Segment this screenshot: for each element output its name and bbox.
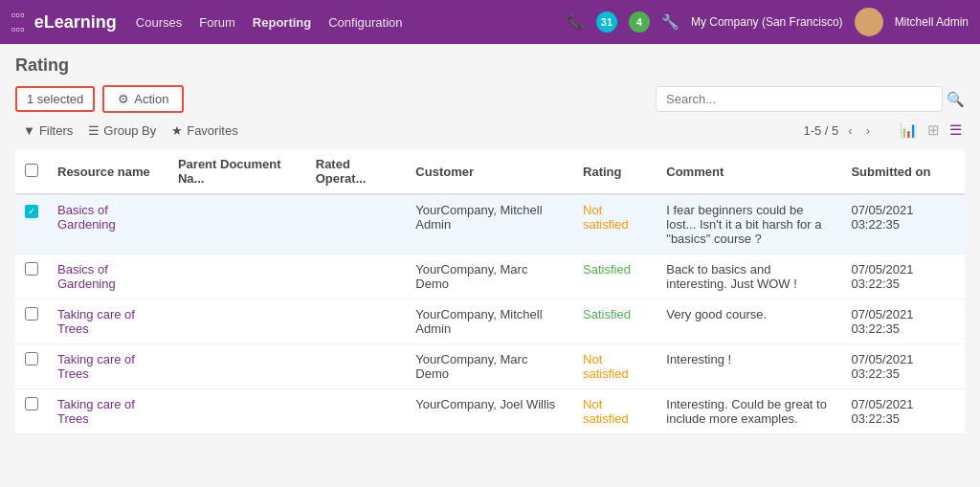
row-submitted: 07/05/2021 03:22:35 xyxy=(841,194,965,255)
row-rating: Not satisfied xyxy=(573,389,657,434)
row-rating: Not satisfied xyxy=(573,194,657,255)
ratings-table: Resource name Parent Document Na... Rate… xyxy=(15,149,965,434)
view-toggle: 📊 ⊞ ☰ xyxy=(897,119,965,142)
row-checkbox-cell: ✓ xyxy=(15,194,48,255)
wrench-icon[interactable]: 🔧 xyxy=(661,13,679,31)
next-page-button[interactable]: › xyxy=(862,122,874,140)
chat-badge-count: 31 xyxy=(596,11,617,33)
col-resource-name: Resource name xyxy=(48,149,168,194)
app-grid-icon[interactable]: ▫▫▫▫▫▫ xyxy=(11,8,25,36)
col-comment: Comment xyxy=(657,149,841,194)
chart-view-button[interactable]: 📊 xyxy=(897,119,921,142)
row-checkbox[interactable] xyxy=(25,352,38,365)
table-row: Taking care of Trees YourCompany, Mitche… xyxy=(15,299,965,344)
col-customer: Customer xyxy=(406,149,573,194)
msg-badge-btn[interactable]: 4 xyxy=(629,11,650,33)
col-parent-doc: Parent Document Na... xyxy=(168,149,306,194)
resource-link[interactable]: Taking care of Trees xyxy=(57,397,135,426)
row-resource: Basics of Gardening xyxy=(48,255,168,299)
row-comment: I fear beginners could be lost... Isn't … xyxy=(657,194,841,255)
col-rated-op: Rated Operat... xyxy=(306,149,407,194)
table-header-row: Resource name Parent Document Na... Rate… xyxy=(15,149,965,194)
row-rated-op xyxy=(306,255,407,299)
row-rated-op xyxy=(306,344,407,389)
row-parent-doc xyxy=(168,389,306,434)
col-rating: Rating xyxy=(573,149,657,194)
rating-value: Satisfied xyxy=(583,307,631,321)
filter-bar: ▼ Filters ☰ Group By ★ Favorites 1-5 / 5… xyxy=(23,119,965,142)
row-checkbox-cell xyxy=(15,389,48,434)
row-comment: Very good course. xyxy=(657,299,841,344)
selected-count-box[interactable]: 1 selected xyxy=(15,86,95,112)
action-button[interactable]: ⚙ Action xyxy=(102,85,184,113)
row-resource: Taking care of Trees xyxy=(48,299,168,344)
group-by-button[interactable]: ☰ Group By xyxy=(88,123,156,138)
row-checkbox-cell xyxy=(15,299,48,344)
row-comment: Interesting. Could be great to include m… xyxy=(657,389,841,434)
table-row: ✓ Basics of Gardening YourCompany, Mitch… xyxy=(15,194,965,255)
row-rated-op xyxy=(306,389,407,434)
row-checkbox-checked[interactable]: ✓ xyxy=(25,205,38,218)
nav-courses[interactable]: Courses xyxy=(136,15,182,30)
row-checkbox-cell xyxy=(15,255,48,299)
list-view-button[interactable]: ☰ xyxy=(947,119,965,142)
row-rated-op xyxy=(306,299,407,344)
row-submitted: 07/05/2021 03:22:35 xyxy=(841,299,965,344)
row-customer: YourCompany, Marc Demo xyxy=(406,255,573,299)
row-customer: YourCompany, Joel Willis xyxy=(406,389,573,434)
search-button[interactable]: 🔍 xyxy=(947,91,965,108)
grid-view-button[interactable]: ⊞ xyxy=(924,119,943,142)
top-bar: 1 selected ⚙ Action 🔍 xyxy=(15,85,965,113)
row-rating: Satisfied xyxy=(573,255,657,299)
row-submitted: 07/05/2021 03:22:35 xyxy=(841,255,965,299)
row-parent-doc xyxy=(168,299,306,344)
list-icon: ☰ xyxy=(88,123,100,138)
nav-forum[interactable]: Forum xyxy=(199,15,235,30)
rating-value: Not satisfied xyxy=(583,203,629,232)
nav-configuration[interactable]: Configuration xyxy=(328,15,402,30)
phone-icon[interactable]: 📞 xyxy=(567,13,585,31)
row-customer: YourCompany, Mitchell Admin xyxy=(406,194,573,255)
nav-links: Courses Forum Reporting Configuration xyxy=(136,15,567,30)
filters-button[interactable]: ▼ Filters xyxy=(23,123,73,138)
row-resource: Basics of Gardening xyxy=(48,194,168,255)
row-checkbox[interactable] xyxy=(25,262,38,276)
avatar xyxy=(855,8,883,36)
top-left-actions: 1 selected ⚙ Action xyxy=(15,85,184,113)
nav-reporting[interactable]: Reporting xyxy=(253,15,311,30)
row-checkbox[interactable] xyxy=(25,397,38,410)
row-checkbox-cell xyxy=(15,344,48,389)
row-submitted: 07/05/2021 03:22:35 xyxy=(841,389,965,434)
resource-link[interactable]: Basics of Gardening xyxy=(57,203,116,232)
nav-right: 📞 31 4 🔧 My Company (San Francisco) Mitc… xyxy=(567,8,969,36)
row-resource: Taking care of Trees xyxy=(48,344,168,389)
row-rating: Satisfied xyxy=(573,299,657,344)
chat-badge-btn[interactable]: 31 xyxy=(596,11,617,33)
resource-link[interactable]: Taking care of Trees xyxy=(57,307,135,336)
search-input[interactable] xyxy=(656,86,943,112)
row-customer: YourCompany, Mitchell Admin xyxy=(406,299,573,344)
gear-icon: ⚙ xyxy=(118,92,129,106)
row-parent-doc xyxy=(168,344,306,389)
brand-logo[interactable]: eLearning xyxy=(34,12,117,33)
page-title: Rating xyxy=(15,55,965,76)
pagination-info: 1-5 / 5 ‹ › xyxy=(803,122,874,140)
filter-icon: ▼ xyxy=(23,123,35,138)
rating-value: Satisfied xyxy=(583,262,631,277)
table-row: Basics of Gardening YourCompany, Marc De… xyxy=(15,255,965,299)
resource-link[interactable]: Basics of Gardening xyxy=(57,262,116,291)
user-name: Mitchell Admin xyxy=(895,15,969,29)
rating-value: Not satisfied xyxy=(583,352,629,381)
prev-page-button[interactable]: ‹ xyxy=(844,122,856,140)
row-comment: Interesting ! xyxy=(657,344,841,389)
rating-value: Not satisfied xyxy=(583,397,629,426)
row-checkbox[interactable] xyxy=(25,307,38,321)
favorites-button[interactable]: ★ Favorites xyxy=(171,123,237,138)
header-checkbox-cell xyxy=(15,149,48,194)
msg-badge-count: 4 xyxy=(629,11,650,33)
resource-link[interactable]: Taking care of Trees xyxy=(57,352,135,381)
table-row: Taking care of Trees YourCompany, Marc D… xyxy=(15,344,965,389)
select-all-checkbox[interactable] xyxy=(25,164,38,177)
company-name: My Company (San Francisco) xyxy=(691,15,843,29)
row-rating: Not satisfied xyxy=(573,344,657,389)
